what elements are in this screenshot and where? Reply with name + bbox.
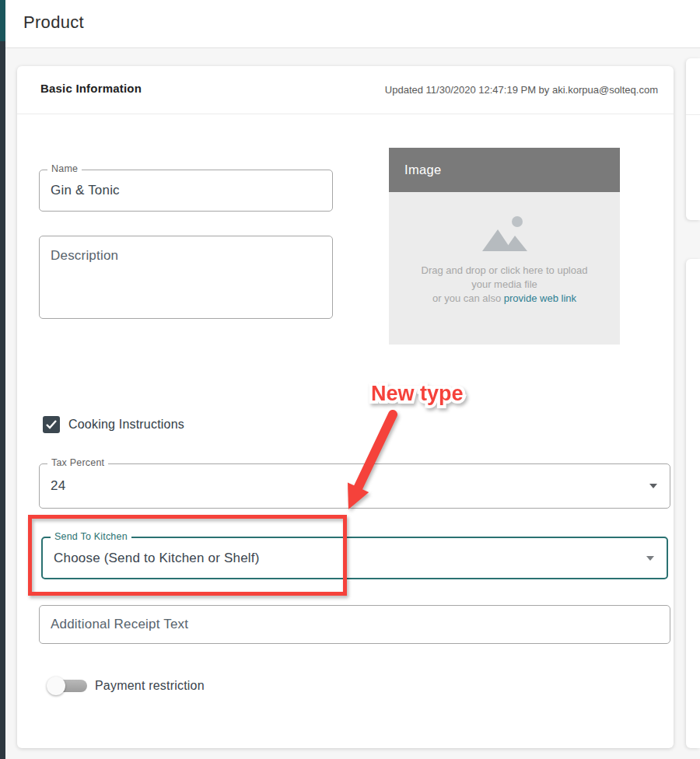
image-upload-hint: Drag and drop or click here to upload yo… [422,264,588,306]
image-panel-title: Image [404,163,441,177]
image-placeholder-icon [481,214,529,254]
send-to-kitchen-value: Choose (Send to Kitchen or Shelf) [54,538,260,578]
cooking-instructions-checkbox[interactable] [43,416,60,433]
left-accent-bar-teal [0,0,5,41]
image-panel-header: Image [389,148,620,192]
section-title: Basic Information [40,82,142,95]
provide-web-link[interactable]: provide web link [504,292,576,304]
hint-line-3-prefix: or you can also [432,292,504,304]
additional-receipt-text-field[interactable] [39,605,670,644]
description-input[interactable] [40,236,332,318]
name-input[interactable] [40,170,332,211]
updated-timestamp: Updated 11/30/2020 12:47:19 PM by aki.ko… [385,84,658,96]
send-to-kitchen-select[interactable]: Send To Kitchen Choose (Send to Kitchen … [41,537,668,579]
description-field[interactable] [39,236,333,319]
hint-line-1: Drag and drop or click here to upload [422,264,588,276]
tax-percent-value: 24 [51,464,65,508]
payment-restriction-toggle[interactable] [47,675,87,697]
hint-line-2: your media file [471,278,537,290]
additional-receipt-text-input[interactable] [40,606,670,643]
image-upload-panel: Image Drag and drop or click here to upl… [389,148,620,345]
name-field[interactable]: Name [39,170,333,212]
image-dropzone[interactable]: Drag and drop or click here to upload yo… [389,192,620,345]
dropdown-caret-icon[interactable] [646,556,654,561]
cooking-instructions-label: Cooking Instructions [68,418,184,432]
page-title: Product [23,12,84,33]
right-panel-divider [686,114,700,115]
checkmark-icon [46,420,57,429]
product-edit-screen: Product Basic Information Updated 11/30/… [0,0,700,759]
cooking-instructions-row[interactable]: Cooking Instructions [43,416,184,433]
dropdown-caret-icon[interactable] [649,484,657,488]
top-header-bar: Product [0,0,700,48]
payment-restriction-label: Payment restriction [95,679,205,693]
right-panel-sliver-bottom [686,259,700,748]
card-header-divider [17,114,674,114]
name-field-label: Name [47,163,82,174]
payment-restriction-row: Payment restriction [47,675,205,697]
toggle-thumb[interactable] [47,677,65,695]
left-sidebar-edge [0,41,5,759]
tax-percent-select[interactable]: Tax Percent 24 [39,463,670,509]
basic-information-card: Basic Information Updated 11/30/2020 12:… [17,66,674,748]
right-panel-sliver-top [686,58,700,220]
